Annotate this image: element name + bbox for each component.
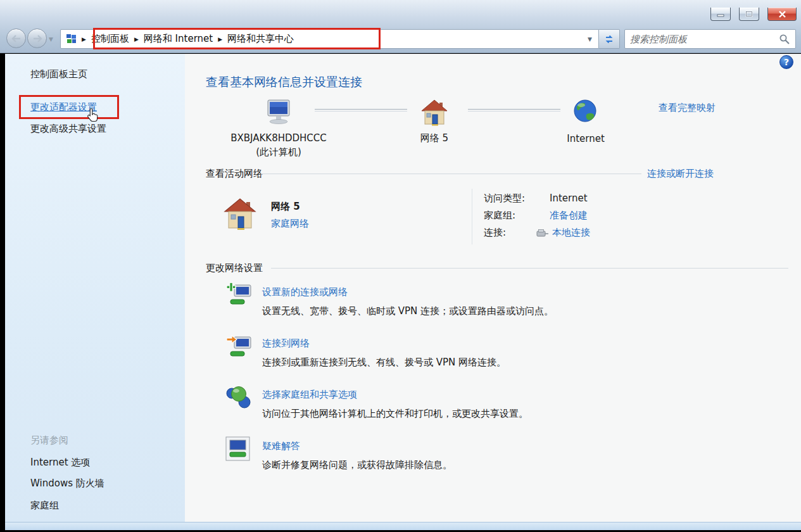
close-icon	[778, 11, 786, 18]
breadcrumb-arrow-icon: ▶	[218, 36, 222, 42]
computer-name-label: BXBJAKK8HDDHCCC	[215, 132, 342, 144]
internet-globe-icon[interactable]	[573, 99, 598, 124]
local-connection-link[interactable]: 本地连接	[552, 227, 590, 239]
network-sharing-center-window: ▼ ▶ 控制面板 ▶ 网络和 Internet ▶ 网络和共享中心 ▼	[0, 0, 801, 532]
homegroup-sharing-icon	[225, 383, 253, 411]
choose-homegroup-link[interactable]: 选择家庭组和共享选项	[262, 389, 357, 401]
sidebar-see-also-header: 另请参阅	[30, 434, 68, 446]
section-divider	[261, 174, 641, 174]
ethernet-icon	[535, 229, 549, 238]
minimize-icon	[717, 11, 724, 17]
page-title: 查看基本网络信息并设置连接	[206, 74, 362, 91]
breadcrumb-network-sharing-center[interactable]: 网络和共享中心	[227, 33, 294, 45]
this-computer-icon[interactable]	[263, 98, 294, 127]
setup-new-connection-link[interactable]: 设置新的连接或网络	[262, 286, 348, 298]
section-divider	[271, 268, 788, 269]
breadcrumb-control-panel[interactable]: 控制面板	[91, 33, 129, 45]
maximize-button[interactable]	[739, 8, 759, 21]
close-button[interactable]	[767, 8, 797, 21]
active-network-house-icon	[224, 198, 256, 231]
sidebar-item-homegroup[interactable]: 家庭组	[30, 500, 59, 512]
refresh-button[interactable]	[599, 29, 620, 49]
sidebar-item-control-panel-home[interactable]: 控制面板主页	[30, 68, 87, 80]
back-button[interactable]	[6, 28, 26, 48]
search-box[interactable]	[624, 29, 796, 49]
access-type-label: 访问类型:	[484, 193, 525, 205]
minimize-button[interactable]	[710, 8, 731, 21]
connections-label: 连接:	[484, 227, 506, 239]
map-connector-line	[468, 109, 560, 111]
setup-new-connection-desc: 设置无线、宽带、拨号、临时或 VPN 连接；或设置路由器或访问点。	[262, 305, 553, 317]
map-network-label: 网络 5	[403, 132, 466, 144]
homegroup-label: 家庭组:	[484, 210, 515, 222]
connect-disconnect-link[interactable]: 连接或断开连接	[647, 168, 714, 180]
view-full-map-link[interactable]: 查看完整映射	[659, 102, 716, 114]
control-panel-icon	[66, 34, 77, 44]
connect-to-network-link[interactable]: 连接到网络	[262, 338, 310, 350]
map-internet-label: Internet	[554, 133, 617, 144]
computer-sub-label: (此计算机)	[215, 146, 342, 158]
connect-to-network-desc: 连接到或重新连接到无线、有线、拨号或 VPN 网络连接。	[262, 357, 506, 369]
new-connection-icon	[225, 281, 253, 308]
map-connector-line	[315, 109, 407, 111]
active-network-name: 网络 5	[271, 201, 300, 213]
sidebar-item-internet-options[interactable]: Internet 选项	[30, 457, 90, 469]
active-panel-divider	[472, 189, 472, 244]
breadcrumb-arrow-icon: ▶	[134, 36, 139, 42]
troubleshoot-icon	[225, 436, 251, 462]
choose-homegroup-desc: 访问位于其他网络计算机上的文件和打印机，或更改共享设置。	[262, 408, 528, 420]
maximize-icon	[745, 11, 753, 17]
breadcrumb-arrow-icon: ▶	[82, 36, 86, 42]
ready-to-create-link[interactable]: 准备创建	[550, 210, 588, 222]
connect-to-network-icon	[225, 332, 253, 360]
sidebar-item-windows-firewall[interactable]: Windows 防火墙	[30, 478, 104, 490]
network-house-icon[interactable]	[420, 99, 448, 127]
breadcrumb-network-internet[interactable]: 网络和 Internet	[144, 33, 213, 45]
window-bottom-border	[5, 522, 801, 530]
troubleshoot-link[interactable]: 疑难解答	[262, 440, 300, 452]
cursor-pointer-icon	[86, 108, 101, 125]
help-button[interactable]: ?	[779, 55, 793, 69]
search-icon	[779, 34, 790, 45]
refresh-icon	[604, 34, 614, 44]
forward-arrow-icon	[32, 35, 42, 42]
history-dropdown-button[interactable]: ▼	[49, 36, 53, 42]
address-bar[interactable]: ▶ 控制面板 ▶ 网络和 Internet ▶ 网络和共享中心 ▼	[60, 29, 599, 49]
window-chrome: ▼ ▶ 控制面板 ▶ 网络和 Internet ▶ 网络和共享中心 ▼	[0, 0, 801, 53]
change-settings-header: 更改网络设置	[206, 262, 263, 274]
search-input[interactable]	[630, 34, 779, 45]
access-type-value: Internet	[550, 193, 588, 204]
home-network-link[interactable]: 家庭网络	[271, 218, 309, 230]
forward-button[interactable]	[27, 28, 47, 48]
back-arrow-icon	[11, 35, 22, 42]
active-networks-header: 查看活动网络	[206, 168, 263, 180]
address-dropdown-icon[interactable]: ▼	[588, 36, 593, 42]
troubleshoot-desc: 诊断并修复网络问题，或获得故障排除信息。	[262, 459, 452, 471]
